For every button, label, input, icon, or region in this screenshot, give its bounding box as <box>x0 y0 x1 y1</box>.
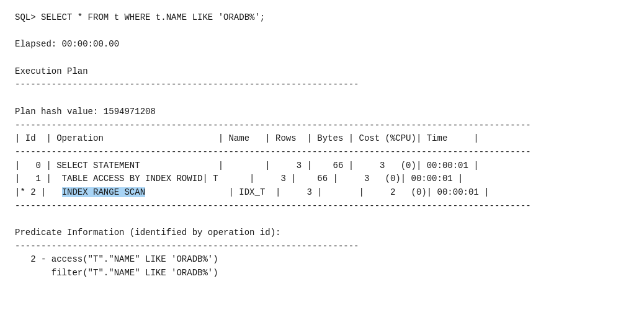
table-header: | Id | Operation | Name | Rows | Bytes |… <box>15 132 629 146</box>
separator-1: ----------------------------------------… <box>15 78 629 92</box>
row-2: |* 2 | INDEX RANGE SCAN | IDX_T | 3 | | … <box>15 186 629 200</box>
elapsed-line: Elapsed: 00:00:00.00 <box>15 38 629 51</box>
blank-line-3 <box>15 92 629 105</box>
separator-2: ----------------------------------------… <box>15 119 629 133</box>
terminal-output: SQL> SELECT * FROM t WHERE t.NAME LIKE '… <box>15 11 629 280</box>
separator-4: ----------------------------------------… <box>15 200 629 213</box>
index-range-scan-highlight: INDEX RANGE SCAN <box>62 187 145 197</box>
row2-prefix: |* 2 | <box>15 187 62 197</box>
row-0: | 0 | SELECT STATEMENT | | 3 | 66 | 3 (0… <box>15 159 629 173</box>
separator-5: ----------------------------------------… <box>15 240 629 254</box>
predicate-1: 2 - access("T"."NAME" LIKE 'ORADB%') <box>15 253 629 267</box>
separator-3: ----------------------------------------… <box>15 146 629 159</box>
blank-line-4 <box>15 213 629 226</box>
row2-suffix: | IDX_T | 3 | | 2 (0)| 00:00:01 | <box>145 187 490 197</box>
blank-line-1 <box>15 25 629 38</box>
predicate-2: filter("T"."NAME" LIKE 'ORADB%') <box>15 267 629 280</box>
row-1: | 1 | TABLE ACCESS BY INDEX ROWID| T | 3… <box>15 172 629 186</box>
sql-command: SQL> SELECT * FROM t WHERE t.NAME LIKE '… <box>15 11 629 25</box>
plan-hash-value: Plan hash value: 1594971208 <box>15 105 629 119</box>
blank-line-2 <box>15 51 629 65</box>
execution-plan-label: Execution Plan <box>15 65 629 79</box>
predicate-label: Predicate Information (identified by ope… <box>15 226 629 240</box>
